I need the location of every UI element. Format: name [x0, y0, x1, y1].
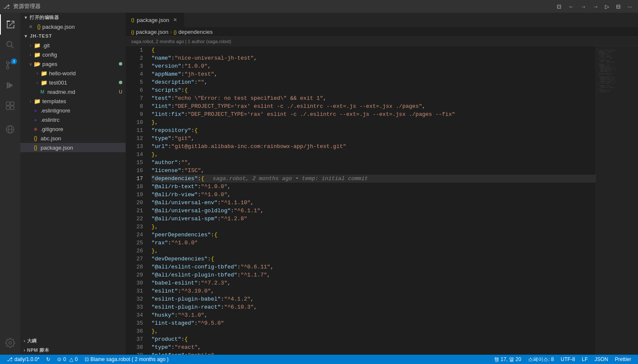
code-line-35: "lint-staged": "^9.5.0"	[151, 319, 596, 327]
breadcrumb-file-icon: {}	[131, 30, 134, 35]
sidebar: ▼ 打开的编辑器 ✕ {} package.json ▼ JH-TEST › 📁…	[20, 13, 126, 355]
warning-icon: △	[69, 356, 73, 362]
code-line-28: "@ali/eslint-config-tbfed": "^0.6.11",	[151, 263, 596, 271]
ln-33: 33	[126, 303, 143, 311]
tree-item-git[interactable]: › 📁 .git	[20, 41, 126, 50]
status-eol[interactable]: LF	[578, 355, 591, 364]
activity-explorer[interactable]	[0, 14, 20, 35]
status-blame[interactable]: ⊡ Blame saga.robot ( 2 months ago )	[81, 355, 172, 364]
pages-modified-dot	[119, 62, 122, 66]
tab-close-button[interactable]: ✕	[172, 16, 179, 23]
toggle-layout-icon[interactable]: ⊡	[554, 3, 564, 10]
status-errors[interactable]: ⊙ 0 △ 0	[54, 355, 81, 364]
activity-source-control[interactable]: 3	[0, 55, 20, 75]
code-line-30: "babel-eslint": "^7.2.3",	[151, 279, 596, 287]
open-editors-section[interactable]: ▼ 打开的编辑器	[20, 13, 126, 22]
close-icon[interactable]: ✕	[29, 24, 36, 30]
activity-run[interactable]	[0, 75, 20, 96]
code-line-27: "devDependencies": {	[151, 255, 596, 263]
tree-label-eslintrc: .eslintrc	[41, 117, 60, 123]
breadcrumb-section-icon: {}	[173, 30, 176, 35]
tree-item-readme[interactable]: M readme.md U	[20, 87, 126, 96]
play-icon[interactable]: ▷	[602, 3, 612, 10]
code-line-14: },	[151, 151, 596, 159]
ln-17: 17	[126, 175, 143, 183]
back-icon[interactable]: ←	[566, 3, 576, 10]
status-language-text: JSON	[594, 356, 608, 362]
svg-point-1	[7, 41, 12, 47]
activity-search[interactable]	[0, 35, 20, 55]
line-numbers: 1 2 3 4 5 6 7 8 9 10 11 12 13 14 15 16 1…	[126, 46, 147, 355]
folder-icon-5: 📁	[34, 98, 41, 104]
code-line-7: "test": "echo \"Error: no test specified…	[151, 94, 596, 102]
project-section-header[interactable]: ▼ JH-TEST	[20, 31, 126, 41]
outline-section[interactable]: › 大綱	[20, 336, 126, 345]
tree-item-pages[interactable]: ∨ 📂 pages	[20, 59, 126, 68]
error-icon: ⊙	[57, 356, 61, 362]
split-icon[interactable]: ⊟	[613, 3, 623, 10]
json-icon-2: {}	[32, 135, 39, 141]
breadcrumb-separator: ›	[170, 29, 172, 35]
forward2-icon[interactable]: →	[590, 3, 601, 10]
folder-icon-2: 📁	[34, 52, 41, 58]
status-sync[interactable]: ↻	[43, 355, 54, 364]
status-blame-text: Blame saga.robot ( 2 months ago )	[91, 356, 169, 362]
status-position[interactable]: 행 17, 열 20	[491, 355, 525, 364]
editor-area: {} package.json ✕ {} package.json › {} d…	[126, 13, 638, 355]
tree-item-templates[interactable]: › 📁 templates	[20, 96, 126, 106]
git-icon: ⊕	[32, 127, 39, 131]
tree-item-config[interactable]: › 📁 config	[20, 50, 126, 59]
status-branch[interactable]: ⎇ daily/1.0.0*	[3, 355, 43, 364]
ln-7: 7	[126, 94, 143, 102]
code-line-20: "@ali/universal-env": "^1.1.10",	[151, 199, 596, 207]
breadcrumb-file[interactable]: package.json	[136, 29, 168, 35]
chevron-right-icon-3: ›	[34, 71, 41, 76]
title-bar: ⎇ 资源管理器 ⊡ ← → → ▷ ⊟ ···	[0, 0, 638, 13]
tree-item-test001[interactable]: › 📁 test001	[20, 78, 126, 87]
forward-icon[interactable]: →	[578, 3, 588, 10]
title-bar-controls: ⊡ ← → → ▷ ⊟ ···	[554, 3, 635, 10]
folder-icon-3: 📁	[41, 70, 47, 77]
code-content[interactable]: { "name": "nice-universal-jh-test", "ver…	[147, 46, 596, 355]
ln-8: 8	[126, 102, 143, 110]
code-line-4: "appName": "jh-test",	[151, 70, 596, 78]
open-editor-package-json[interactable]: ✕ {} package.json	[20, 22, 126, 31]
status-spaces[interactable]: 스페이스: 8	[525, 355, 557, 364]
tab-bar: {} package.json ✕	[126, 13, 638, 27]
chevron-down-icon: ∨	[27, 62, 34, 66]
more-icon[interactable]: ···	[625, 3, 635, 10]
ln-35: 35	[126, 319, 143, 327]
tree-item-abc-json[interactable]: {} abc.json	[20, 134, 126, 143]
breadcrumb: {} package.json › {} dependencies	[126, 27, 638, 37]
activity-remote[interactable]	[0, 119, 20, 140]
activity-extensions[interactable]	[0, 96, 20, 116]
status-formatter[interactable]: Prettier	[611, 355, 635, 364]
breadcrumb-section[interactable]: dependencies	[179, 29, 213, 35]
open-editor-name: package.json	[42, 24, 75, 30]
code-editor[interactable]: 1 2 3 4 5 6 7 8 9 10 11 12 13 14 15 16 1…	[126, 46, 638, 355]
minimap[interactable]: { "name": "nice-universal", "version": "…	[596, 46, 638, 355]
ln-9: 9	[126, 110, 143, 118]
open-editors-label: 打开的编辑器	[30, 14, 59, 21]
tree-item-hello-world[interactable]: › 📁 hello-world	[20, 68, 126, 78]
svg-rect-0	[7, 21, 10, 22]
code-line-1: {	[151, 46, 596, 54]
blame-icon: ⊡	[85, 356, 89, 362]
ln-37: 37	[126, 335, 143, 343]
npm-section[interactable]: › NPM 腳本	[20, 345, 126, 355]
tab-package-json[interactable]: {} package.json ✕	[126, 13, 184, 27]
tree-item-eslintignore[interactable]: ● .eslintignore	[20, 106, 126, 115]
tree-label-readme: readme.md	[47, 89, 75, 95]
activity-settings[interactable]	[0, 333, 20, 353]
svg-point-3	[6, 66, 9, 69]
sidebar-bottom: › 大綱 › NPM 腳本	[20, 336, 126, 355]
code-line-3: "version": "1.0.0",	[151, 62, 596, 70]
status-encoding[interactable]: UTF-8	[557, 355, 578, 364]
tree-item-package-json[interactable]: {} package.json	[20, 143, 126, 152]
tree-item-gitignore[interactable]: ⊕ .gitignore	[20, 124, 126, 134]
json-file-icon: {}	[37, 24, 41, 30]
sync-icon: ↻	[46, 356, 50, 362]
status-language[interactable]: JSON	[591, 355, 611, 364]
code-line-34: "husky": "^3.1.0",	[151, 311, 596, 319]
tree-item-eslintrc[interactable]: ● .eslintrc	[20, 115, 126, 124]
